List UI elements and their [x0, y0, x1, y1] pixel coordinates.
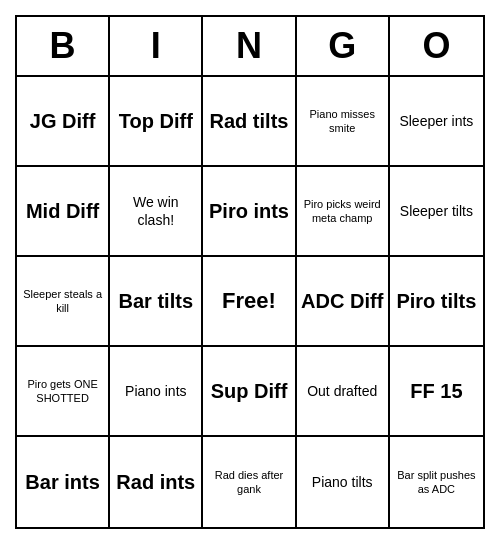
bingo-cell-10: Sleeper steals a kill: [17, 257, 110, 347]
bingo-cell-3: Piano misses smite: [297, 77, 390, 167]
bingo-cell-8: Piro picks weird meta champ: [297, 167, 390, 257]
header-letter-B: B: [17, 17, 110, 75]
header-letter-N: N: [203, 17, 296, 75]
bingo-cell-7: Piro ints: [203, 167, 296, 257]
bingo-grid: JG DiffTop DiffRad tiltsPiano misses smi…: [17, 77, 483, 527]
bingo-cell-9: Sleeper tilts: [390, 167, 483, 257]
bingo-cell-11: Bar tilts: [110, 257, 203, 347]
bingo-card: BINGO JG DiffTop DiffRad tiltsPiano miss…: [15, 15, 485, 529]
bingo-cell-20: Bar ints: [17, 437, 110, 527]
bingo-cell-5: Mid Diff: [17, 167, 110, 257]
bingo-cell-21: Rad ints: [110, 437, 203, 527]
bingo-cell-19: FF 15: [390, 347, 483, 437]
bingo-header: BINGO: [17, 17, 483, 77]
bingo-cell-12: Free!: [203, 257, 296, 347]
header-letter-G: G: [297, 17, 390, 75]
bingo-cell-0: JG Diff: [17, 77, 110, 167]
bingo-cell-22: Rad dies after gank: [203, 437, 296, 527]
bingo-cell-14: Piro tilts: [390, 257, 483, 347]
bingo-cell-15: Piro gets ONE SHOTTED: [17, 347, 110, 437]
bingo-cell-18: Out drafted: [297, 347, 390, 437]
bingo-cell-23: Piano tilts: [297, 437, 390, 527]
bingo-cell-24: Bar split pushes as ADC: [390, 437, 483, 527]
header-letter-I: I: [110, 17, 203, 75]
bingo-cell-13: ADC Diff: [297, 257, 390, 347]
bingo-cell-16: Piano ints: [110, 347, 203, 437]
bingo-cell-6: We win clash!: [110, 167, 203, 257]
header-letter-O: O: [390, 17, 483, 75]
bingo-cell-1: Top Diff: [110, 77, 203, 167]
bingo-cell-4: Sleeper ints: [390, 77, 483, 167]
bingo-cell-2: Rad tilts: [203, 77, 296, 167]
bingo-cell-17: Sup Diff: [203, 347, 296, 437]
